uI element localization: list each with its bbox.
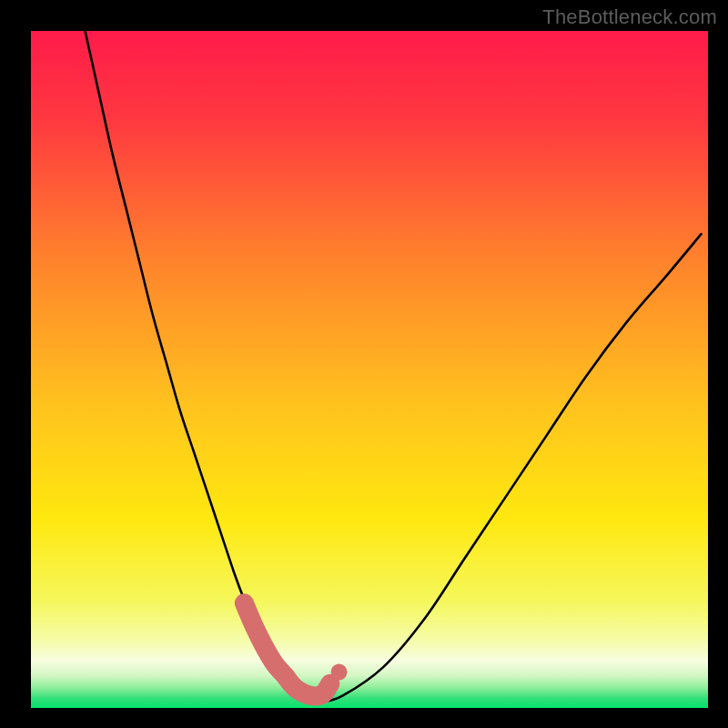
marker-dot (331, 664, 348, 681)
chart-root: TheBottleneck.com (0, 0, 728, 728)
chart-svg (31, 31, 708, 708)
gradient-background (31, 31, 708, 708)
watermark-text: TheBottleneck.com (542, 5, 717, 29)
plot-area (31, 31, 708, 708)
